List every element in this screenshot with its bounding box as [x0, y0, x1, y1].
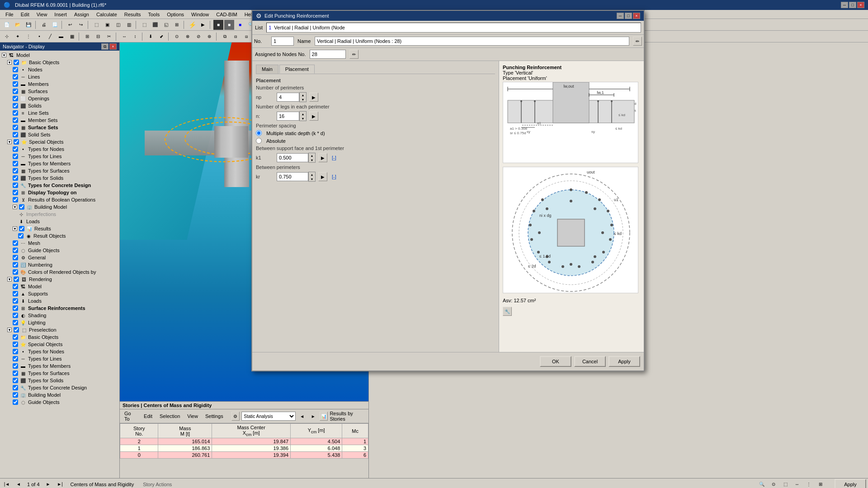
tree-model[interactable]: ▼ 🏗 Model: [1, 52, 118, 59]
radio-absolute[interactable]: [256, 138, 262, 144]
cb-special-objects[interactable]: [14, 139, 19, 145]
tree-lighting[interactable]: 💡Lighting: [12, 319, 118, 326]
k1-unit[interactable]: [-]: [332, 155, 336, 160]
tree-general[interactable]: ⚙General: [12, 254, 118, 261]
cb-render-model[interactable]: [13, 284, 18, 289]
cb-pre-types-members[interactable]: [13, 363, 18, 369]
bottom-tool3[interactable]: ⬚: [780, 479, 790, 488]
extra2-btn[interactable]: ⧈: [231, 32, 241, 42]
tree-lines[interactable]: ─Lines: [12, 73, 118, 80]
table-row[interactable]: 0 260.761 19.394 5.438 6: [120, 452, 368, 459]
centers-tab-label[interactable]: Centers of Mass and Rigidity: [67, 482, 138, 487]
legs-spin-up[interactable]: ▲: [300, 112, 306, 116]
cb-basic-objects[interactable]: [14, 60, 19, 65]
tree-types-lines[interactable]: ─Types for Lines: [12, 153, 118, 160]
bottom-nav-first[interactable]: |◄: [2, 479, 12, 488]
stories-settings[interactable]: Settings: [203, 413, 226, 419]
apply-button[interactable]: Apply: [609, 356, 640, 367]
view8-btn[interactable]: ⊛: [204, 32, 214, 42]
results-by-stories-label[interactable]: Results by Stories: [330, 411, 367, 422]
table-row[interactable]: 1 186.863 19.386 6.048 3: [120, 445, 368, 452]
cb-numbering[interactable]: [13, 262, 18, 267]
close-button[interactable]: ×: [857, 2, 864, 8]
name-input[interactable]: [315, 37, 629, 46]
perimeters-spin-up[interactable]: ▲: [300, 93, 306, 97]
load2-btn[interactable]: ⬋: [156, 32, 166, 42]
tab-main[interactable]: Main: [256, 65, 278, 74]
tree-surfaces[interactable]: ▦Surfaces: [12, 88, 118, 95]
view1-btn[interactable]: ⬚: [139, 20, 149, 30]
kr-spin-down[interactable]: ▼: [309, 177, 315, 181]
k1-input[interactable]: [277, 153, 308, 162]
legs-spin-down[interactable]: ▼: [300, 116, 306, 121]
load1-btn[interactable]: ⬇: [146, 32, 156, 42]
tree-colors-rendered[interactable]: 🎨Colors of Rendered Objects by: [12, 268, 118, 276]
print2-btn[interactable]: 📃: [50, 20, 60, 30]
cb-rendering[interactable]: [14, 277, 19, 282]
stories-edit[interactable]: Edit: [141, 413, 155, 419]
tree-display-topology[interactable]: ⊞Display Topology on: [12, 189, 118, 196]
tree-types-surfaces[interactable]: ▦Types for Surfaces: [12, 167, 118, 174]
cb-nodes[interactable]: [13, 67, 18, 72]
select3-btn[interactable]: ◫: [113, 20, 123, 30]
cb-pre-basic[interactable]: [13, 334, 18, 340]
stories-view[interactable]: View: [184, 413, 201, 419]
next-page-btn[interactable]: ►: [308, 411, 317, 421]
radio-multiple-static[interactable]: [256, 130, 262, 136]
bottom-tool4[interactable]: ↔: [792, 479, 802, 488]
cb-display-topology[interactable]: [13, 190, 18, 195]
tree-building-model[interactable]: ▼ 🏢 Building Model: [12, 203, 118, 211]
snap3-btn[interactable]: ⋮: [24, 32, 33, 42]
tree-surface-reinforcements[interactable]: ⊞Surface Reinforcements: [12, 305, 118, 312]
cb-render-supports[interactable]: [13, 291, 18, 296]
cb-boolean-ops[interactable]: [13, 197, 18, 202]
tree-line-sets[interactable]: ≡Line Sets: [12, 109, 118, 117]
extra1-btn[interactable]: ⧉: [220, 32, 230, 42]
cb-member-sets[interactable]: [13, 117, 18, 123]
menu-cad-bim[interactable]: CAD-BIM: [212, 11, 241, 18]
k1-spin-up[interactable]: ▲: [309, 153, 315, 158]
tree-preselection[interactable]: ▼ ⬚ Preselection: [6, 326, 118, 333]
legs-more-btn[interactable]: ▶: [309, 112, 318, 121]
cb-guide-objects[interactable]: [13, 248, 18, 253]
cb-types-solids[interactable]: [13, 175, 18, 181]
cb-types-lines[interactable]: [13, 154, 18, 159]
tree-basic-objects[interactable]: ▼ 📁 Basic Objects: [6, 59, 118, 66]
tree-pre-building-model[interactable]: 🏢Building Model: [12, 391, 118, 399]
bottom-tool6[interactable]: ⊞: [816, 479, 826, 488]
tree-mesh[interactable]: ⋯Mesh: [12, 239, 118, 247]
stories-goto[interactable]: Go To: [122, 410, 139, 422]
menu-file[interactable]: File: [2, 11, 17, 18]
expand-basic[interactable]: ▼: [7, 60, 12, 65]
cb-building-model[interactable]: [19, 204, 24, 210]
color3-btn[interactable]: ■: [235, 20, 245, 30]
menu-results[interactable]: Results: [121, 11, 145, 18]
menu-tools[interactable]: Tools: [144, 11, 163, 18]
bottom-nav-last[interactable]: ►|: [55, 479, 65, 488]
surf-btn[interactable]: ▦: [67, 32, 77, 42]
analysis-select[interactable]: Static Analysis: [241, 412, 296, 421]
cb-pre-types-surfaces[interactable]: [13, 371, 18, 376]
cb-pre-special[interactable]: [13, 342, 18, 347]
tree-types-solids[interactable]: ⬛Types for Solids: [12, 174, 118, 182]
expand-rendering[interactable]: ▼: [7, 277, 12, 282]
bottom-apply-button[interactable]: Apply: [835, 479, 866, 488]
name-edit-btn[interactable]: ✏: [633, 37, 642, 46]
bottom-tool1[interactable]: 🔍: [757, 479, 767, 488]
snap1-btn[interactable]: ⊹: [2, 32, 12, 42]
nav-close-btn[interactable]: ×: [109, 43, 117, 50]
cb-preselection[interactable]: [14, 327, 19, 333]
tree-numbering[interactable]: 🔢Numbering: [12, 261, 118, 268]
table-row[interactable]: 2 165.014 19.847 4.504 1: [120, 438, 368, 445]
dim1-btn[interactable]: ↔: [119, 32, 129, 42]
cb-solids[interactable]: [13, 103, 18, 108]
undo-btn[interactable]: ↩: [65, 20, 75, 30]
cb-pre-types-lines[interactable]: [13, 356, 18, 361]
menu-view[interactable]: View: [33, 11, 51, 18]
legs-input[interactable]: [277, 112, 299, 121]
calc2-btn[interactable]: ▶: [198, 20, 208, 30]
tree-result-objects[interactable]: ◉Result Objects: [17, 232, 118, 239]
tree-pre-types-surfaces[interactable]: ▦Types for Surfaces: [12, 370, 118, 377]
tree-render-supports[interactable]: ▲Supports: [12, 290, 118, 297]
redo-btn[interactable]: ↪: [76, 20, 86, 30]
